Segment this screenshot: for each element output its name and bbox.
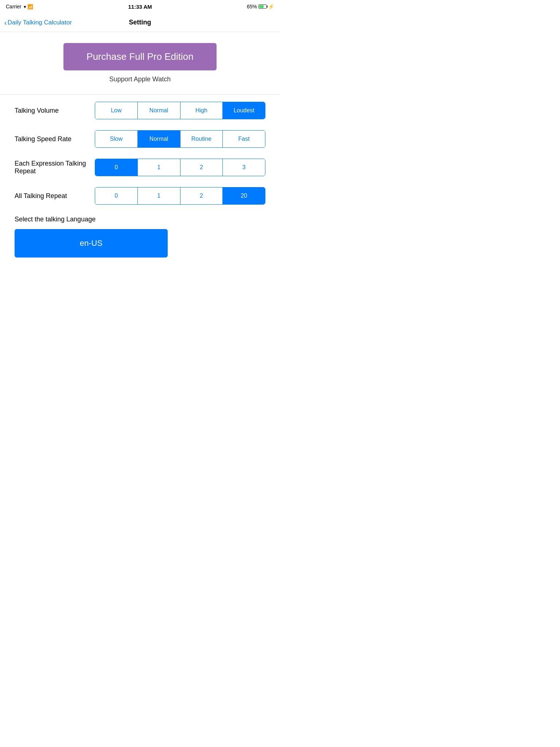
all-repeat-1-btn[interactable]: 1 [138, 187, 180, 204]
talking-speed-row: Talking Speed Rate Slow Normal Routine F… [15, 130, 265, 148]
status-bar: Carrier ▾ 📶 11:33 AM 65% ⚡ [0, 0, 280, 13]
expr-repeat-1-btn[interactable]: 1 [138, 159, 180, 176]
page-title: Setting [129, 19, 151, 26]
divider [0, 94, 280, 94]
status-time: 11:33 AM [128, 4, 152, 10]
status-right: 65% ⚡ [247, 4, 274, 9]
all-repeat-20-btn[interactable]: 20 [223, 187, 265, 204]
speed-slow-btn[interactable]: Slow [95, 131, 138, 147]
talking-volume-control: Low Normal High Loudest [95, 102, 265, 119]
expression-repeat-label: Each Expression Talking Repeat [15, 160, 95, 175]
expression-repeat-row: Each Expression Talking Repeat 0 1 2 3 [15, 159, 265, 176]
language-section-label: Select the talking Language [15, 216, 265, 223]
expr-repeat-0-btn[interactable]: 0 [95, 159, 138, 176]
back-label: Daily Talking Calculator [8, 19, 72, 26]
all-repeat-0-btn[interactable]: 0 [95, 187, 138, 204]
talking-volume-row: Talking Volume Low Normal High Loudest [15, 102, 265, 119]
all-repeat-label: All Talking Repeat [15, 192, 95, 200]
expr-repeat-2-btn[interactable]: 2 [180, 159, 223, 176]
all-repeat-row: All Talking Repeat 0 1 2 20 [15, 187, 265, 205]
purchase-section: Purchase Full Pro Edition Support Apple … [15, 43, 265, 83]
carrier-label: Carrier [6, 4, 22, 9]
talking-volume-label: Talking Volume [15, 107, 95, 115]
volume-low-btn[interactable]: Low [95, 102, 138, 119]
volume-normal-btn[interactable]: Normal [138, 102, 180, 119]
purchase-button[interactable]: Purchase Full Pro Edition [63, 43, 217, 70]
battery-fill [259, 5, 264, 8]
all-repeat-control: 0 1 2 20 [95, 187, 265, 205]
battery-icon [258, 4, 267, 9]
language-section: Select the talking Language en-US [15, 216, 265, 258]
main-content: Purchase Full Pro Edition Support Apple … [0, 32, 280, 268]
speed-normal-btn[interactable]: Normal [138, 131, 180, 147]
volume-loudest-btn[interactable]: Loudest [223, 102, 265, 119]
back-button[interactable]: ‹ Daily Talking Calculator [4, 19, 72, 26]
charging-icon: ⚡ [268, 4, 274, 9]
expression-repeat-control: 0 1 2 3 [95, 159, 265, 176]
nav-bar: ‹ Daily Talking Calculator Setting [0, 13, 280, 32]
chevron-left-icon: ‹ [4, 19, 7, 26]
talking-speed-label: Talking Speed Rate [15, 135, 95, 143]
settings-section: Talking Volume Low Normal High Loudest T… [15, 102, 265, 205]
all-repeat-2-btn[interactable]: 2 [180, 187, 223, 204]
wifi-icon: ▾ 📶 [24, 4, 34, 9]
speed-fast-btn[interactable]: Fast [223, 131, 265, 147]
battery-percent: 65% [247, 4, 257, 9]
status-left: Carrier ▾ 📶 [6, 4, 33, 9]
support-text: Support Apple Watch [109, 76, 171, 83]
language-button[interactable]: en-US [15, 229, 168, 258]
speed-routine-btn[interactable]: Routine [180, 131, 223, 147]
expr-repeat-3-btn[interactable]: 3 [223, 159, 265, 176]
talking-speed-control: Slow Normal Routine Fast [95, 130, 265, 148]
volume-high-btn[interactable]: High [180, 102, 223, 119]
battery-container [258, 4, 267, 9]
